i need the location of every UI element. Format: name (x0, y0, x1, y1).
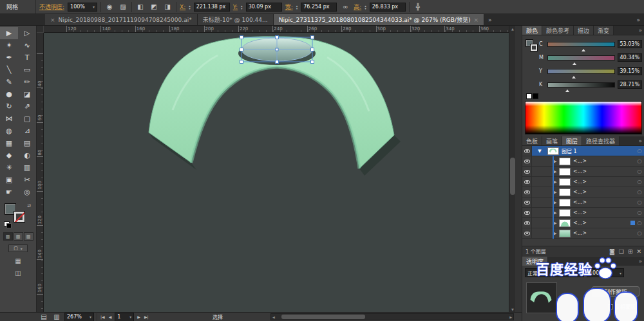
direct-selection-tool[interactable]: ▷ (18, 27, 36, 39)
target-circle-icon[interactable]: ○ (636, 220, 643, 226)
zoom-select[interactable]: 267%▾ (64, 313, 94, 321)
document-tab-2[interactable]: 未标题-10* @ 100.44... (198, 14, 274, 25)
y-label[interactable]: Y: (233, 4, 238, 10)
panel-tab[interactable]: 颜色参考 (542, 26, 574, 35)
height-input[interactable]: 26.833 px (370, 3, 406, 12)
status-icon-right[interactable]: ▥ (52, 312, 62, 321)
pencil-tool[interactable]: ✏ (18, 76, 36, 88)
scroll-thumb[interactable] (510, 158, 515, 195)
layer-label[interactable]: <...> (573, 220, 630, 226)
artboard-select[interactable]: 1▾ (115, 313, 134, 321)
x-stepper[interactable]: ▴▾ (189, 5, 191, 10)
target-circle-icon[interactable]: ○ (636, 189, 643, 195)
expand-triangle-icon[interactable]: ▼ (532, 149, 547, 154)
width-tool[interactable]: ⋈ (0, 113, 18, 125)
layer-label[interactable]: <...> (573, 199, 636, 205)
slider-thumb[interactable] (572, 74, 576, 78)
lasso-tool[interactable]: ∿ (18, 39, 36, 51)
panel-tab[interactable]: 颜色 (522, 26, 542, 35)
swap-colors-icon[interactable]: ⇄ (27, 203, 31, 208)
last-artboard-button[interactable]: ▶| (144, 315, 149, 319)
visibility-toggle[interactable] (522, 208, 532, 217)
tab-transparency[interactable]: 透明度 (522, 257, 548, 266)
panel-tab[interactable]: 渐变 (594, 26, 614, 35)
transparency-opacity-select[interactable]: 100%▾ (587, 268, 624, 277)
align-right-icon[interactable]: ◨ (162, 2, 173, 12)
perspective-grid-tool[interactable]: ⊿ (18, 125, 36, 137)
document-setup-icon[interactable]: ◫ (15, 270, 21, 277)
type-tool[interactable]: T (18, 51, 36, 64)
x-label[interactable]: X: (180, 4, 185, 10)
channel-value-input[interactable]: 53.03% (618, 40, 642, 48)
target-circle-icon[interactable]: ○ (636, 158, 643, 164)
selection-tool[interactable]: ▶ (0, 27, 18, 39)
draw-normal-button[interactable]: ▥ (3, 232, 13, 241)
visibility-toggle[interactable] (522, 156, 532, 166)
visibility-toggle[interactable] (522, 167, 532, 176)
document-tab-3-active[interactable]: Nipic_27311375_20180801082504344033.ai* … (274, 14, 484, 25)
layer-row[interactable]: ▶ <...> ○ (522, 228, 644, 239)
panel-menu-icon[interactable]: » (638, 136, 644, 145)
vertical-scrollbar[interactable]: ▲ ▼ (509, 26, 515, 312)
next-artboard-button[interactable]: ▶ (137, 315, 141, 319)
document-tab-1[interactable]: × Nipic_20180988_20171119094708245000.ai… (45, 14, 198, 25)
width-label[interactable]: 宽: (285, 3, 293, 11)
invert-mask-checkbox[interactable] (608, 304, 613, 309)
eraser-tool[interactable]: ◪ (18, 88, 36, 100)
layer-label[interactable]: 图层 1 (562, 147, 636, 154)
style-icon[interactable]: ◉ (104, 2, 115, 12)
channel-value-input[interactable]: 39.15% (618, 67, 642, 75)
transform-panel-icon[interactable]: ╬ (413, 2, 423, 12)
opacity-select[interactable]: 100%▾ (68, 3, 97, 12)
color-spectrum[interactable] (525, 101, 642, 134)
target-circle-icon[interactable]: ○ (636, 230, 643, 236)
visibility-toggle[interactable] (522, 197, 532, 207)
channel-slider[interactable] (547, 69, 615, 74)
align-left-icon[interactable]: ◧ (135, 2, 146, 12)
artboard-tool[interactable]: ▣ (0, 174, 18, 186)
scroll-left-arrow[interactable]: ◀ (271, 315, 276, 319)
panel-tab[interactable]: 色板 (522, 136, 542, 145)
layer-row-layer1[interactable]: ▼ 图层 1 ○ (522, 146, 644, 156)
new-layer-icon[interactable]: ⊞ (628, 248, 633, 255)
white-swatch[interactable] (526, 93, 532, 99)
layer-row[interactable]: ▶ <...> ○ (522, 218, 644, 228)
mini-fill-stroke[interactable] (526, 39, 540, 53)
screen-mode-button[interactable]: ▢▾ (8, 244, 28, 252)
blend-tool[interactable]: ◐ (18, 149, 36, 161)
prev-artboard-button[interactable]: ◀ (108, 315, 113, 319)
scroll-right-arrow[interactable]: ▶ (508, 315, 513, 319)
panel-menu-icon[interactable]: » (638, 257, 644, 266)
layer-label[interactable]: <...> (573, 230, 636, 236)
layer-label[interactable]: <...> (573, 179, 636, 185)
canvas[interactable] (44, 33, 509, 312)
slider-thumb[interactable] (565, 87, 569, 92)
y-input[interactable]: 30.09 px (246, 3, 282, 12)
first-artboard-button[interactable]: |◀ (100, 315, 106, 319)
panel-tab[interactable]: 图层 (562, 136, 582, 145)
panel-tab[interactable]: 画笔 (542, 136, 562, 145)
visibility-toggle[interactable] (522, 177, 532, 187)
constrain-proportions-icon[interactable]: ∞ (340, 2, 350, 12)
default-colors-icon[interactable] (4, 221, 10, 226)
layer-row[interactable]: ▶ <...> ○ (522, 197, 644, 208)
visibility-toggle[interactable] (522, 146, 532, 156)
pen-tool[interactable]: ✒ (0, 51, 18, 64)
channel-value-input[interactable]: 28.71% (618, 80, 642, 89)
slider-thumb[interactable] (582, 47, 585, 51)
target-circle-icon[interactable]: ○ (636, 199, 643, 205)
panel-menu-icon[interactable]: » (638, 26, 644, 35)
symbol-sprayer-tool[interactable]: ✳ (0, 161, 18, 174)
target-circle-icon[interactable]: ○ (636, 148, 643, 154)
shape-builder-tool[interactable]: ◍ (0, 125, 18, 137)
scroll-up-arrow[interactable]: ▲ (509, 26, 516, 32)
layer-label[interactable]: <...> (573, 189, 636, 195)
layer-row[interactable]: ▶ <...> ○ (522, 208, 644, 218)
mesh-tool[interactable]: ▦ (0, 137, 18, 149)
layer-label[interactable]: <...> (573, 169, 636, 174)
target-circle-icon[interactable]: ○ (636, 210, 643, 216)
blend-mode-select[interactable]: 正常▾ (525, 268, 584, 277)
layer-label[interactable]: <...> (573, 210, 636, 216)
width-input[interactable]: 76.254 px (301, 3, 337, 12)
close-icon[interactable]: × (474, 17, 479, 23)
